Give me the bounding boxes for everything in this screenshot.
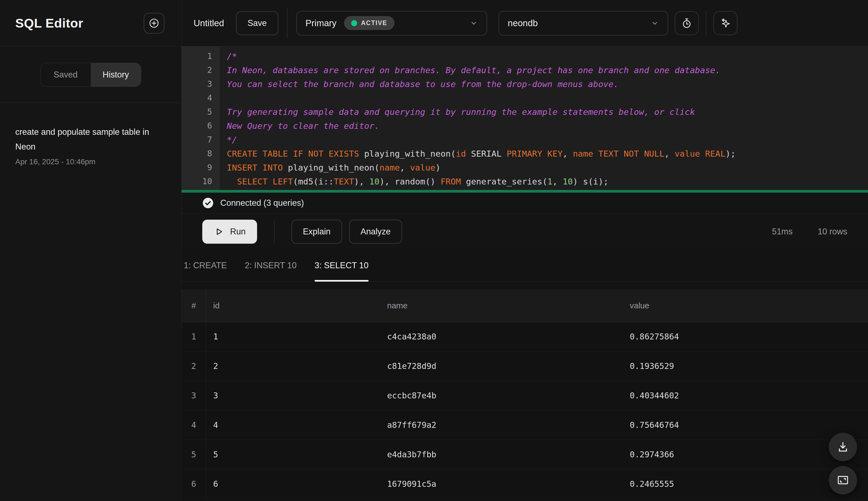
connection-status-row: Connected (3 queries) — [182, 193, 868, 213]
id-cell: 5 — [206, 450, 387, 459]
analyze-button[interactable]: Analyze — [349, 220, 402, 244]
table-row[interactable]: 44a87ff679a20.75646764 — [182, 411, 868, 440]
query-row-count: 10 rows — [817, 227, 847, 237]
code-text: Try generating sample data and querying … — [220, 107, 695, 117]
table-row[interactable]: 661679091c5a0.2465555 — [182, 469, 868, 499]
topbar: Untitled Save Primary ACTIVE neondb — [182, 0, 868, 46]
saved-history-toggle: SavedHistory — [40, 63, 141, 87]
branch-status-label: ACTIVE — [361, 19, 387, 27]
history-item-title: create and populate sample table in Neon — [15, 125, 152, 154]
line-number: 4 — [182, 93, 220, 103]
expand-results-button[interactable] — [829, 466, 857, 494]
explain-button[interactable]: Explain — [292, 220, 342, 244]
branch-select[interactable]: Primary ACTIVE — [296, 11, 487, 35]
download-results-button[interactable] — [829, 433, 857, 461]
download-icon — [836, 440, 849, 454]
code-text: SELECT LEFT(md5(i::TEXT), 10), random() … — [220, 177, 608, 186]
sparkles-icon — [719, 17, 732, 29]
plus-circle-icon — [148, 18, 160, 29]
value-cell: 0.86275864 — [630, 332, 868, 341]
table-row[interactable]: 33eccbc87e4b0.40344602 — [182, 381, 868, 411]
line-number: 9 — [182, 163, 220, 172]
code-text: */ — [220, 135, 237, 145]
branch-name: Primary — [306, 18, 337, 28]
row-index-cell: 1 — [182, 322, 206, 351]
history-list: create and populate sample table in Neon… — [0, 103, 181, 188]
result-tab-1-create[interactable]: 1: CREATE — [184, 249, 227, 281]
sql-code-editor[interactable]: 1/*2In Neon, databases are stored on bra… — [182, 46, 868, 190]
row-index-cell: 3 — [182, 381, 206, 410]
code-text: In Neon, databases are stored on branche… — [220, 65, 720, 75]
id-cell: 6 — [206, 479, 387, 489]
code-line: 2In Neon, databases are stored on branch… — [182, 63, 868, 77]
save-button[interactable]: Save — [236, 11, 278, 35]
topbar-divider — [287, 8, 288, 39]
history-item[interactable]: create and populate sample table in Neon… — [15, 125, 166, 166]
name-cell: c81e728d9d — [387, 361, 630, 371]
line-number: 6 — [182, 121, 220, 130]
query-duration: 51ms — [772, 227, 793, 237]
actions-row: Run Explain Analyze 51ms 10 rows — [182, 213, 868, 249]
line-number: 5 — [182, 107, 220, 117]
database-select[interactable]: neondb — [498, 11, 668, 35]
results-table-body: 11c4ca4238a00.8627586422c81e728d9d0.1936… — [182, 322, 868, 499]
connection-status-text: Connected (3 queries) — [220, 198, 304, 208]
code-line: 8CREATE TABLE IF NOT EXISTS playing_with… — [182, 147, 868, 160]
chevron-down-icon — [470, 19, 478, 27]
sidebar-tabs-wrap: SavedHistory — [0, 46, 181, 103]
status-dot-icon — [351, 20, 357, 26]
code-line: 6New Query to clear the editor. — [182, 119, 868, 132]
actions-divider — [274, 220, 275, 243]
code-line: 4 — [182, 91, 868, 105]
chevron-down-icon — [651, 19, 659, 27]
result-tab-2-insert-10[interactable]: 2: INSERT 10 — [245, 249, 297, 281]
line-number: 8 — [182, 149, 220, 158]
query-history-button[interactable] — [675, 11, 699, 35]
table-row[interactable]: 55e4da3b7fbb0.2974366 — [182, 440, 868, 469]
name-cell: e4da3b7fbb — [387, 450, 630, 459]
column-header-value: value — [630, 301, 868, 310]
line-number: 2 — [182, 65, 220, 75]
name-cell: eccbc87e4b — [387, 391, 630, 400]
code-line: 5Try generating sample data and querying… — [182, 105, 868, 119]
code-text: CREATE TABLE IF NOT EXISTS playing_with_… — [220, 149, 736, 159]
id-cell: 3 — [206, 391, 387, 400]
table-row[interactable]: 11c4ca4238a00.86275864 — [182, 322, 868, 351]
new-query-button[interactable] — [144, 13, 164, 34]
sidebar-tab-history[interactable]: History — [91, 63, 141, 86]
row-index-cell: 6 — [182, 469, 206, 499]
ai-assist-button[interactable] — [713, 11, 737, 35]
code-text: New Query to clear the editor. — [220, 121, 380, 131]
sidebar-tab-saved[interactable]: Saved — [41, 63, 91, 86]
row-index-cell: 5 — [182, 440, 206, 469]
column-header-name: name — [387, 301, 630, 310]
table-row[interactable]: 22c81e728d9d0.1936529 — [182, 351, 868, 381]
id-cell: 1 — [206, 332, 387, 341]
row-index-cell: 4 — [182, 411, 206, 440]
results-table-header: # id name value — [182, 289, 868, 322]
main-panel: Untitled Save Primary ACTIVE neondb — [182, 0, 868, 501]
play-icon — [214, 226, 224, 237]
name-cell: a87ff679a2 — [387, 420, 630, 430]
run-button[interactable]: Run — [202, 220, 257, 244]
name-cell: c4ca4238a0 — [387, 332, 630, 341]
page-title: SQL Editor — [15, 15, 84, 31]
query-title: Untitled — [194, 18, 224, 28]
name-cell: 1679091c5a — [387, 479, 630, 489]
line-number: 10 — [182, 177, 220, 186]
code-line: 10 SELECT LEFT(md5(i::TEXT), 10), random… — [182, 174, 868, 188]
value-cell: 0.1936529 — [630, 361, 868, 371]
query-progress-bar — [182, 190, 868, 193]
sidebar-header: SQL Editor — [0, 0, 181, 46]
topbar-divider — [706, 10, 706, 36]
results-table: # id name value 11c4ca4238a00.8627586422… — [182, 289, 868, 501]
code-line: 7*/ — [182, 132, 868, 147]
expand-icon — [836, 474, 849, 487]
value-cell: 0.40344602 — [630, 391, 868, 400]
value-cell: 0.75646764 — [630, 420, 868, 430]
id-cell: 2 — [206, 361, 387, 371]
code-text: You can select the branch and database t… — [220, 79, 618, 89]
result-tabs: 1: CREATE2: INSERT 103: SELECT 10 — [182, 249, 868, 281]
branch-status-badge: ACTIVE — [344, 16, 394, 30]
result-tab-3-select-10[interactable]: 3: SELECT 10 — [315, 249, 369, 281]
